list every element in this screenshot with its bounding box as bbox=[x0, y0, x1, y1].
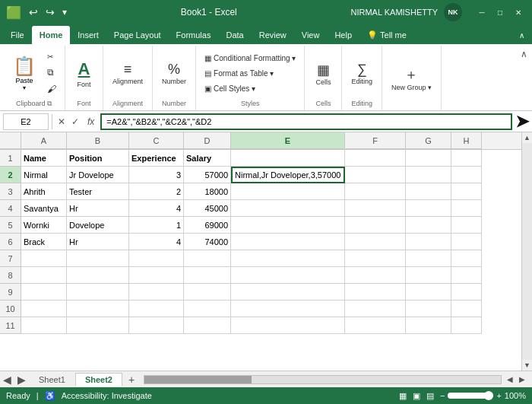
cell-a2[interactable]: Nirmal bbox=[21, 167, 67, 183]
col-header-a[interactable]: A bbox=[21, 132, 67, 149]
sheet-nav-left[interactable]: ◀ bbox=[0, 374, 14, 386]
tab-page-layout[interactable]: Page Layout bbox=[106, 26, 169, 44]
cell-b11[interactable] bbox=[67, 317, 129, 334]
view-normal-icon[interactable]: ▦ bbox=[399, 391, 407, 401]
cell-d11[interactable] bbox=[184, 317, 231, 334]
cell-c9[interactable] bbox=[129, 284, 184, 301]
cell-e4[interactable] bbox=[231, 200, 345, 217]
col-header-h[interactable]: H bbox=[451, 132, 482, 149]
tab-file[interactable]: File bbox=[3, 26, 32, 44]
col-header-c[interactable]: C bbox=[129, 132, 184, 149]
cell-a3[interactable]: Ahrith bbox=[21, 183, 67, 200]
cell-b4[interactable]: Hr bbox=[67, 200, 129, 217]
formula-confirm-button[interactable]: ✓ bbox=[69, 116, 81, 128]
cell-e1[interactable] bbox=[231, 150, 345, 167]
clipboard-dialog-icon[interactable]: ⧉ bbox=[47, 100, 52, 107]
cell-a9[interactable] bbox=[21, 284, 67, 301]
view-layout-icon[interactable]: ▣ bbox=[413, 391, 420, 401]
cell-e7[interactable] bbox=[231, 250, 345, 267]
row-header-3[interactable]: 3 bbox=[0, 183, 21, 200]
cell-b1[interactable]: Position bbox=[67, 150, 129, 167]
cell-d1[interactable]: Salary bbox=[184, 150, 231, 167]
redo-button[interactable]: ↪ bbox=[43, 5, 58, 20]
formula-cancel-button[interactable]: ✕ bbox=[55, 116, 68, 128]
zoom-out-button[interactable]: − bbox=[440, 391, 445, 400]
cell-g8[interactable] bbox=[406, 267, 451, 284]
col-header-d[interactable]: D bbox=[184, 132, 231, 149]
cell-h8[interactable] bbox=[451, 267, 482, 284]
cell-h2[interactable] bbox=[451, 167, 482, 183]
cell-c7[interactable] bbox=[129, 250, 184, 267]
cell-c3[interactable]: 2 bbox=[129, 183, 184, 200]
cell-g7[interactable] bbox=[406, 250, 451, 267]
tab-data[interactable]: Data bbox=[218, 26, 251, 44]
cell-g9[interactable] bbox=[406, 284, 451, 301]
cell-h1[interactable] bbox=[451, 150, 482, 167]
cell-b5[interactable]: Dovelope bbox=[67, 217, 129, 234]
cell-g5[interactable] bbox=[406, 217, 451, 234]
col-header-e[interactable]: E bbox=[231, 132, 345, 149]
cell-d10[interactable] bbox=[184, 301, 231, 317]
cut-button[interactable]: ✂ bbox=[43, 50, 60, 63]
col-header-f[interactable]: F bbox=[345, 132, 406, 149]
cell-a11[interactable] bbox=[21, 317, 67, 334]
formula-input[interactable] bbox=[100, 113, 512, 130]
number-button[interactable]: % Number bbox=[157, 52, 191, 96]
cell-e2[interactable]: Nirmal,Jr Doveloper,3,57000 ➤ bbox=[231, 167, 345, 183]
cell-f4[interactable] bbox=[345, 200, 406, 217]
cell-e5[interactable] bbox=[231, 217, 345, 234]
cell-c10[interactable] bbox=[129, 301, 184, 317]
undo-button[interactable]: ↩ bbox=[26, 5, 41, 20]
cell-b2[interactable]: Jr Dovelope bbox=[67, 167, 129, 183]
copy-button[interactable]: ⧉ bbox=[43, 65, 60, 80]
scroll-down-button[interactable]: ▼ bbox=[522, 360, 532, 371]
cell-g2[interactable] bbox=[406, 167, 451, 183]
cell-d4[interactable]: 45000 bbox=[184, 200, 231, 217]
view-pagebreak-icon[interactable]: ▤ bbox=[426, 391, 434, 401]
tab-help[interactable]: Help bbox=[327, 26, 359, 44]
cell-h7[interactable] bbox=[451, 250, 482, 267]
scroll-right-button[interactable]: ▶ bbox=[517, 374, 527, 384]
cell-h6[interactable] bbox=[451, 234, 482, 250]
conditional-formatting-button[interactable]: ▦ Conditional Formatting ▾ bbox=[201, 52, 299, 65]
cell-d7[interactable] bbox=[184, 250, 231, 267]
cell-b8[interactable] bbox=[67, 267, 129, 284]
cell-a4[interactable]: Savantya bbox=[21, 200, 67, 217]
scroll-left-button[interactable]: ◀ bbox=[505, 374, 515, 384]
sheet-tab-sheet1[interactable]: Sheet1 bbox=[29, 373, 75, 387]
cell-h11[interactable] bbox=[451, 317, 482, 334]
cell-a5[interactable]: Wornki bbox=[21, 217, 67, 234]
row-header-11[interactable]: 11 bbox=[0, 317, 21, 334]
cell-a7[interactable] bbox=[21, 250, 67, 267]
cell-e9[interactable] bbox=[231, 284, 345, 301]
cell-a10[interactable] bbox=[21, 301, 67, 317]
col-header-b[interactable]: B bbox=[67, 132, 129, 149]
cell-g10[interactable] bbox=[406, 301, 451, 317]
cell-d5[interactable]: 69000 bbox=[184, 217, 231, 234]
tab-formulas[interactable]: Formulas bbox=[169, 26, 219, 44]
cell-c4[interactable]: 4 bbox=[129, 200, 184, 217]
cell-b3[interactable]: Tester bbox=[67, 183, 129, 200]
row-header-8[interactable]: 8 bbox=[0, 267, 21, 284]
cell-a1[interactable]: Name bbox=[21, 150, 67, 167]
cell-f9[interactable] bbox=[345, 284, 406, 301]
cell-d6[interactable]: 74000 bbox=[184, 234, 231, 250]
cell-f8[interactable] bbox=[345, 267, 406, 284]
cell-b6[interactable]: Hr bbox=[67, 234, 129, 250]
row-header-10[interactable]: 10 bbox=[0, 301, 21, 317]
cell-h9[interactable] bbox=[451, 284, 482, 301]
maximize-button[interactable]: □ bbox=[492, 5, 508, 20]
row-header-7[interactable]: 7 bbox=[0, 250, 21, 267]
row-header-1[interactable]: 1 bbox=[0, 150, 21, 167]
alignment-button[interactable]: ≡ Alignment bbox=[108, 52, 147, 96]
cell-c1[interactable]: Experience bbox=[129, 150, 184, 167]
cell-e11[interactable] bbox=[231, 317, 345, 334]
cell-e3[interactable] bbox=[231, 183, 345, 200]
cell-d3[interactable]: 18000 bbox=[184, 183, 231, 200]
cell-h10[interactable] bbox=[451, 301, 482, 317]
scroll-up-button[interactable]: ▲ bbox=[522, 132, 532, 143]
cell-styles-button[interactable]: ▣ Cell Styles ▾ bbox=[201, 82, 299, 95]
row-header-4[interactable]: 4 bbox=[0, 200, 21, 217]
cell-a6[interactable]: Brack bbox=[21, 234, 67, 250]
zoom-in-button[interactable]: + bbox=[496, 391, 501, 400]
